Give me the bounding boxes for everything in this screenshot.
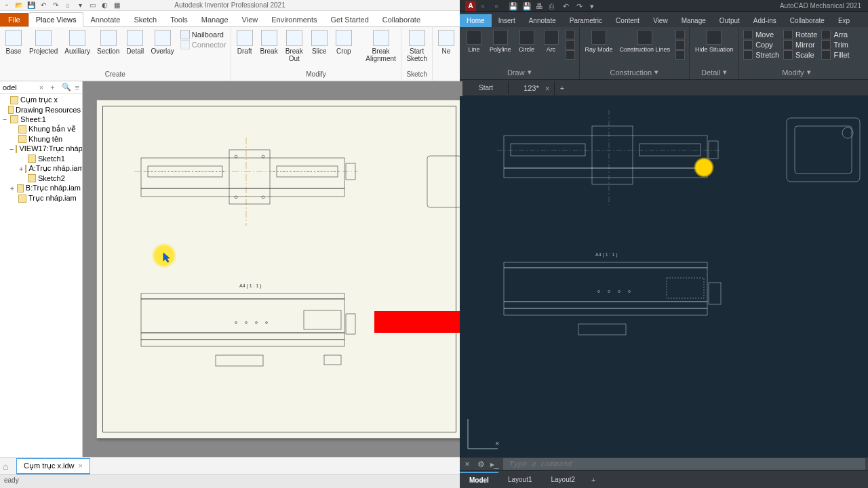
- breakout-button[interactable]: Break Out: [283, 28, 306, 64]
- tab-home[interactable]: Home: [460, 14, 492, 27]
- redo-icon[interactable]: ↷: [576, 2, 585, 10]
- browser-add-icon[interactable]: +: [47, 83, 57, 92]
- tree-item[interactable]: −VIEW17:Trục nháp.: [0, 144, 82, 154]
- connector-button[interactable]: Connector: [180, 40, 226, 49]
- tree-item[interactable]: Khung tên: [0, 134, 82, 144]
- break-alignment-button[interactable]: Break Alignment: [363, 28, 399, 64]
- undo-icon[interactable]: ↶: [563, 2, 571, 10]
- redo-icon[interactable]: ↷: [52, 1, 60, 9]
- tab-annotate[interactable]: Annotate: [83, 13, 127, 26]
- conlines-button[interactable]: Construction Lines: [618, 28, 672, 54]
- overlay-button[interactable]: Overlay: [149, 28, 176, 56]
- document-tab-close-icon[interactable]: ×: [79, 462, 83, 470]
- draw-extra3[interactable]: [566, 50, 575, 60]
- home-tab-icon[interactable]: ⌂: [3, 461, 14, 472]
- file-tab-123[interactable]: 123*×: [509, 81, 555, 95]
- save-icon[interactable]: 💾: [509, 2, 517, 10]
- tab-view[interactable]: View: [235, 13, 265, 26]
- tab-content[interactable]: Content: [609, 14, 646, 27]
- crop-button[interactable]: Crop: [333, 28, 355, 56]
- group-label-construction[interactable]: Construction ▾: [610, 66, 658, 78]
- file-tab-add-icon[interactable]: +: [555, 81, 570, 95]
- tab-insert[interactable]: Insert: [492, 14, 522, 27]
- file-tab-close-icon[interactable]: ×: [545, 84, 550, 94]
- draw-extra1[interactable]: [566, 30, 575, 39]
- cmd-close-icon[interactable]: ×: [462, 460, 472, 469]
- fillet-button[interactable]: Fillet: [821, 50, 849, 60]
- open-icon[interactable]: ▫: [495, 2, 503, 10]
- tab-collaborate[interactable]: Collaborate: [376, 13, 427, 26]
- file-tab-start[interactable]: Start: [464, 81, 509, 94]
- home-icon[interactable]: ⌂: [64, 1, 72, 9]
- tab-manage[interactable]: Manage: [195, 13, 235, 26]
- tab-parametric[interactable]: Parametric: [563, 14, 609, 27]
- browser-close-icon[interactable]: ×: [39, 83, 43, 92]
- con-extra1[interactable]: [675, 30, 685, 39]
- con-extra3[interactable]: [675, 50, 685, 60]
- trim-button[interactable]: Trim: [821, 40, 849, 49]
- hide-situation-button[interactable]: Hide Situation: [694, 28, 734, 54]
- line-button[interactable]: Line: [464, 28, 484, 54]
- slice-button[interactable]: Slice: [309, 28, 330, 56]
- circle-button[interactable]: Circle: [517, 28, 537, 54]
- model-tab[interactable]: Model: [460, 472, 498, 487]
- tree-item[interactable]: Trục nháp.iam: [0, 193, 82, 203]
- material-icon[interactable]: ▦: [113, 1, 121, 9]
- section-button[interactable]: Section: [95, 28, 121, 56]
- autocad-logo-icon[interactable]: A: [465, 1, 476, 12]
- tab-manage[interactable]: Manage: [675, 14, 713, 27]
- projected-button[interactable]: Projected: [27, 28, 60, 56]
- tree-item[interactable]: +A:Trục nháp.iam: [0, 163, 82, 174]
- layout2-tab[interactable]: Layout2: [541, 472, 585, 487]
- tab-annotate[interactable]: Annotate: [522, 14, 563, 27]
- raymode-button[interactable]: Ray Mode: [584, 28, 614, 54]
- new-icon[interactable]: ▫: [3, 1, 11, 9]
- saveas-icon[interactable]: 💾: [522, 2, 530, 10]
- layout1-tab[interactable]: Layout1: [498, 472, 542, 487]
- browser-filter-icon[interactable]: ≡: [75, 83, 79, 92]
- browser-search-icon[interactable]: 🔍: [62, 83, 71, 92]
- tree-item[interactable]: Sketch1: [0, 154, 82, 163]
- draw-extra2[interactable]: [566, 40, 575, 49]
- tab-environments[interactable]: Environments: [264, 13, 323, 26]
- auxiliary-button[interactable]: Auxiliary: [62, 28, 92, 56]
- file-tab[interactable]: File: [0, 13, 28, 26]
- tab-view[interactable]: View: [646, 14, 675, 27]
- tree-item[interactable]: +B:Trục nháp.iam: [0, 183, 82, 193]
- tab-tools[interactable]: Tools: [163, 13, 195, 26]
- mirror-button[interactable]: Mirror: [783, 40, 817, 49]
- tab-collaborate[interactable]: Collaborate: [783, 14, 831, 27]
- break-button[interactable]: Break: [258, 28, 280, 56]
- plot-icon[interactable]: 🖶: [536, 2, 544, 10]
- nailboard-button[interactable]: Nailboard: [180, 30, 226, 39]
- arc-button[interactable]: Arc: [541, 28, 561, 54]
- move-button[interactable]: Move: [743, 30, 779, 39]
- tab-get-started[interactable]: Get Started: [324, 13, 376, 26]
- tree-item[interactable]: Khung bản vẽ: [0, 124, 82, 134]
- array-button[interactable]: Arra: [821, 30, 849, 39]
- tab-place-views[interactable]: Place Views: [28, 12, 84, 27]
- tree-item[interactable]: Drawing Resources: [0, 105, 82, 115]
- start-sketch-button[interactable]: Start Sketch: [404, 28, 429, 64]
- group-label-draw[interactable]: Draw ▾: [507, 66, 532, 78]
- dropdown-icon[interactable]: ▾: [76, 1, 84, 9]
- scale-button[interactable]: Scale: [783, 50, 817, 60]
- tab-output[interactable]: Output: [713, 14, 747, 27]
- publish-icon[interactable]: ⎙: [549, 2, 557, 10]
- tab-addins[interactable]: Add-ins: [747, 14, 783, 27]
- document-tab[interactable]: Cụm trục x.idw ×: [16, 458, 90, 474]
- tree-item[interactable]: Cụm trục x: [0, 95, 82, 105]
- cmd-options-icon[interactable]: ⚙: [476, 460, 486, 469]
- draft-button[interactable]: Draft: [234, 28, 256, 56]
- tree-item[interactable]: Sketch2: [0, 174, 82, 183]
- stretch-button[interactable]: Stretch: [743, 50, 779, 60]
- detail-button[interactable]: Detail: [124, 28, 146, 56]
- layout-add-icon[interactable]: +: [585, 472, 602, 487]
- drawing-canvas-right[interactable]: A4 ( 1 : 1 ) ×: [460, 96, 868, 457]
- tree-item[interactable]: −Sheet:1: [0, 115, 82, 124]
- drawing-canvas-left[interactable]: A4 ( 1 : 1 ): [83, 81, 462, 457]
- ne-button[interactable]: Ne: [435, 28, 457, 56]
- select-icon[interactable]: ▭: [88, 1, 96, 9]
- command-input[interactable]: [503, 458, 865, 470]
- copy-button[interactable]: Copy: [743, 40, 779, 49]
